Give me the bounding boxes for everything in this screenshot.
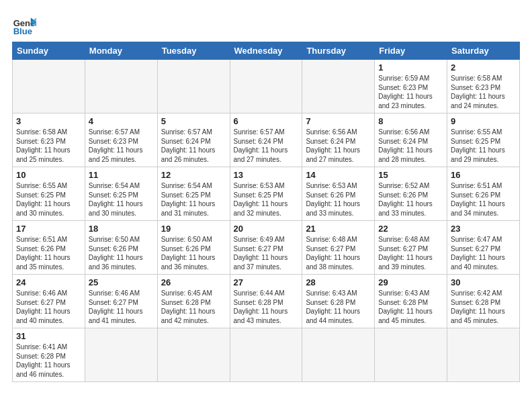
day-cell: 31Sunrise: 6:41 AM Sunset: 6:28 PM Dayli… — [13, 328, 85, 382]
day-number: 7 — [306, 116, 371, 126]
day-info: Sunrise: 6:43 AM Sunset: 6:28 PM Dayligh… — [306, 289, 371, 325]
day-cell — [230, 328, 302, 382]
day-number: 21 — [306, 224, 371, 234]
day-info: Sunrise: 6:46 AM Sunset: 6:27 PM Dayligh… — [89, 289, 154, 325]
day-cell: 9Sunrise: 6:55 AM Sunset: 6:25 PM Daylig… — [447, 113, 520, 167]
day-cell: 8Sunrise: 6:56 AM Sunset: 6:24 PM Daylig… — [375, 113, 447, 167]
svg-text:Blue: Blue — [13, 26, 32, 36]
day-info: Sunrise: 6:54 AM Sunset: 6:25 PM Dayligh… — [161, 181, 226, 218]
day-info: Sunrise: 6:57 AM Sunset: 6:24 PM Dayligh… — [234, 128, 299, 164]
day-number: 27 — [234, 277, 299, 287]
day-number: 12 — [161, 170, 226, 180]
day-cell: 15Sunrise: 6:52 AM Sunset: 6:26 PM Dayli… — [375, 167, 447, 221]
day-cell: 6Sunrise: 6:57 AM Sunset: 6:24 PM Daylig… — [230, 113, 302, 167]
day-info: Sunrise: 6:51 AM Sunset: 6:26 PM Dayligh… — [16, 235, 81, 271]
day-number: 29 — [378, 277, 443, 287]
day-cell: 20Sunrise: 6:49 AM Sunset: 6:27 PM Dayli… — [230, 221, 302, 275]
weekday-wednesday: Wednesday — [230, 42, 302, 60]
day-info: Sunrise: 6:44 AM Sunset: 6:28 PM Dayligh… — [234, 289, 299, 325]
day-number: 2 — [451, 62, 516, 73]
day-number: 30 — [451, 277, 516, 287]
day-cell: 18Sunrise: 6:50 AM Sunset: 6:26 PM Dayli… — [85, 221, 157, 275]
calendar-table: SundayMondayTuesdayWednesdayThursdayFrid… — [12, 42, 520, 382]
day-info: Sunrise: 6:52 AM Sunset: 6:26 PM Dayligh… — [378, 181, 443, 218]
day-number: 25 — [89, 277, 154, 287]
day-number: 19 — [161, 224, 226, 234]
day-info: Sunrise: 6:57 AM Sunset: 6:23 PM Dayligh… — [89, 128, 154, 164]
day-number: 24 — [16, 277, 81, 287]
day-cell: 16Sunrise: 6:51 AM Sunset: 6:26 PM Dayli… — [447, 167, 520, 221]
day-cell — [157, 328, 230, 382]
day-cell: 4Sunrise: 6:57 AM Sunset: 6:23 PM Daylig… — [85, 113, 157, 167]
day-info: Sunrise: 6:58 AM Sunset: 6:23 PM Dayligh… — [16, 128, 81, 164]
day-number: 17 — [16, 224, 81, 234]
weekday-thursday: Thursday — [302, 42, 375, 60]
day-cell: 3Sunrise: 6:58 AM Sunset: 6:23 PM Daylig… — [13, 113, 85, 167]
day-info: Sunrise: 6:53 AM Sunset: 6:25 PM Dayligh… — [234, 181, 299, 218]
day-cell: 1Sunrise: 6:59 AM Sunset: 6:23 PM Daylig… — [375, 60, 447, 113]
week-row-2: 3Sunrise: 6:58 AM Sunset: 6:23 PM Daylig… — [13, 113, 520, 167]
day-number: 10 — [16, 170, 81, 180]
day-number: 6 — [234, 116, 299, 126]
day-info: Sunrise: 6:58 AM Sunset: 6:23 PM Dayligh… — [451, 74, 516, 110]
week-row-5: 24Sunrise: 6:46 AM Sunset: 6:27 PM Dayli… — [13, 275, 520, 328]
day-number: 8 — [378, 116, 443, 126]
day-number: 4 — [89, 116, 154, 126]
day-number: 13 — [234, 170, 299, 180]
day-number: 20 — [234, 224, 299, 234]
weekday-saturday: Saturday — [447, 42, 520, 60]
day-cell — [230, 60, 302, 113]
day-info: Sunrise: 6:45 AM Sunset: 6:28 PM Dayligh… — [161, 289, 226, 325]
day-number: 23 — [451, 224, 516, 234]
day-cell: 7Sunrise: 6:56 AM Sunset: 6:24 PM Daylig… — [302, 113, 375, 167]
day-cell: 19Sunrise: 6:50 AM Sunset: 6:26 PM Dayli… — [157, 221, 230, 275]
day-number: 16 — [451, 170, 516, 180]
week-row-4: 17Sunrise: 6:51 AM Sunset: 6:26 PM Dayli… — [13, 221, 520, 275]
day-info: Sunrise: 6:50 AM Sunset: 6:26 PM Dayligh… — [161, 235, 226, 271]
day-cell — [302, 328, 375, 382]
logo-icon: General Blue — [12, 12, 36, 36]
day-cell — [447, 328, 520, 382]
weekday-header-row: SundayMondayTuesdayWednesdayThursdayFrid… — [13, 42, 520, 60]
day-cell: 25Sunrise: 6:46 AM Sunset: 6:27 PM Dayli… — [85, 275, 157, 328]
day-cell — [85, 60, 157, 113]
day-cell: 30Sunrise: 6:42 AM Sunset: 6:28 PM Dayli… — [447, 275, 520, 328]
day-info: Sunrise: 6:55 AM Sunset: 6:25 PM Dayligh… — [16, 181, 81, 218]
day-number: 26 — [161, 277, 226, 287]
day-cell — [302, 60, 375, 113]
weekday-tuesday: Tuesday — [157, 42, 230, 60]
week-row-6: 31Sunrise: 6:41 AM Sunset: 6:28 PM Dayli… — [13, 328, 520, 382]
day-cell: 27Sunrise: 6:44 AM Sunset: 6:28 PM Dayli… — [230, 275, 302, 328]
day-number: 14 — [306, 170, 371, 180]
day-number: 22 — [378, 224, 443, 234]
day-cell: 29Sunrise: 6:43 AM Sunset: 6:28 PM Dayli… — [375, 275, 447, 328]
day-info: Sunrise: 6:42 AM Sunset: 6:28 PM Dayligh… — [451, 289, 516, 325]
day-cell — [85, 328, 157, 382]
day-cell: 17Sunrise: 6:51 AM Sunset: 6:26 PM Dayli… — [13, 221, 85, 275]
day-cell — [375, 328, 447, 382]
day-number: 11 — [89, 170, 154, 180]
day-info: Sunrise: 6:47 AM Sunset: 6:27 PM Dayligh… — [451, 235, 516, 271]
day-info: Sunrise: 6:48 AM Sunset: 6:27 PM Dayligh… — [306, 235, 371, 271]
weekday-monday: Monday — [85, 42, 157, 60]
day-info: Sunrise: 6:59 AM Sunset: 6:23 PM Dayligh… — [378, 74, 443, 110]
day-info: Sunrise: 6:50 AM Sunset: 6:26 PM Dayligh… — [89, 235, 154, 271]
week-row-1: 1Sunrise: 6:59 AM Sunset: 6:23 PM Daylig… — [13, 60, 520, 113]
day-info: Sunrise: 6:41 AM Sunset: 6:28 PM Dayligh… — [16, 342, 81, 379]
day-info: Sunrise: 6:48 AM Sunset: 6:27 PM Dayligh… — [378, 235, 443, 271]
day-number: 3 — [16, 116, 81, 126]
page-header: General Blue — [12, 12, 520, 36]
day-number: 9 — [451, 116, 516, 126]
day-info: Sunrise: 6:53 AM Sunset: 6:26 PM Dayligh… — [306, 181, 371, 218]
day-number: 5 — [161, 116, 226, 126]
logo: General Blue — [12, 12, 36, 36]
day-cell: 22Sunrise: 6:48 AM Sunset: 6:27 PM Dayli… — [375, 221, 447, 275]
weekday-friday: Friday — [375, 42, 447, 60]
day-cell — [157, 60, 230, 113]
day-cell: 26Sunrise: 6:45 AM Sunset: 6:28 PM Dayli… — [157, 275, 230, 328]
day-cell: 24Sunrise: 6:46 AM Sunset: 6:27 PM Dayli… — [13, 275, 85, 328]
day-info: Sunrise: 6:55 AM Sunset: 6:25 PM Dayligh… — [451, 128, 516, 164]
day-cell: 5Sunrise: 6:57 AM Sunset: 6:24 PM Daylig… — [157, 113, 230, 167]
day-number: 15 — [378, 170, 443, 180]
day-number: 31 — [16, 331, 81, 341]
